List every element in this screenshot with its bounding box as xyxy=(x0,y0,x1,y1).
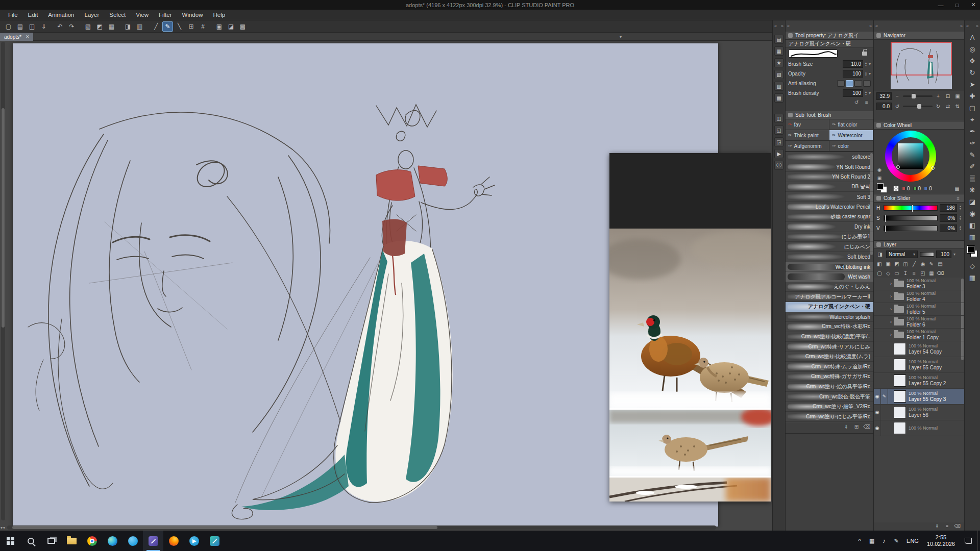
layer-palette-icon[interactable]: ◨ xyxy=(876,251,884,258)
layer-panel-header[interactable]: Layer xyxy=(874,241,964,249)
open-file-icon[interactable]: ▤ xyxy=(15,21,26,32)
brush-density-value[interactable]: 100 xyxy=(843,89,863,97)
canvas-vertical-scrollbar[interactable] xyxy=(1,42,5,520)
lock-icon[interactable] xyxy=(862,52,867,56)
search-button[interactable] xyxy=(20,531,41,551)
clip-studio-paint-icon[interactable] xyxy=(143,531,163,551)
brush-tool-icon[interactable]: ✐ xyxy=(966,161,978,172)
brush-item[interactable]: YN Soft Round 2 xyxy=(786,172,873,182)
sub-tool-group-tab[interactable]: ✑ Aufgenomm xyxy=(786,141,829,152)
delete-layer-footer-icon[interactable]: ⌫ xyxy=(953,523,961,530)
selection-border-icon[interactable]: ▦ xyxy=(106,21,117,32)
blend-mode-dropdown[interactable]: Normal▾ xyxy=(886,251,918,258)
touch-keyboard-icon[interactable]: ▦ xyxy=(866,531,878,551)
folder-expand-arrow-icon[interactable]: › xyxy=(888,307,894,312)
color-slider-header[interactable]: Color Slider ≡ xyxy=(874,194,964,203)
layer-property-icon[interactable]: ◪ xyxy=(226,21,236,32)
sub-tool-group-tab[interactable]: ✑ color xyxy=(829,141,873,152)
workspace-settings-icon[interactable]: ▩ xyxy=(237,21,248,32)
transparent-color-chip[interactable] xyxy=(893,186,899,191)
minimize-button[interactable]: — xyxy=(936,2,945,8)
combine-with-lower-layer-icon[interactable]: ≡ xyxy=(910,269,918,277)
skype-icon[interactable] xyxy=(122,531,143,551)
brush-size-value[interactable]: 10.0 xyxy=(843,60,863,68)
history-icon[interactable]: ◲ xyxy=(774,137,783,146)
menu-item[interactable]: Filter xyxy=(154,10,177,20)
value-slider[interactable] xyxy=(884,226,938,231)
snap-to-ruler-icon[interactable]: ╱ xyxy=(151,21,161,32)
invert-selection-icon[interactable]: ◩ xyxy=(94,21,105,32)
brush-item[interactable]: YN Soft Round xyxy=(786,162,873,172)
pen-settings-icon[interactable]: ✎ xyxy=(890,531,902,551)
item-bank-icon[interactable]: ◱ xyxy=(774,126,783,135)
spinner-icon[interactable]: ▲▼ xyxy=(959,226,962,231)
rotate-canvas-tool-icon[interactable]: ↻ xyxy=(966,67,978,79)
brush-item[interactable]: Soft 3 xyxy=(786,192,873,202)
aa-none-option[interactable] xyxy=(837,80,845,87)
color-square-mode-icon[interactable]: ▣ xyxy=(876,174,883,182)
slider-dropdown-icon[interactable]: ▾ xyxy=(869,62,871,66)
lock-transparent-pixels-icon[interactable]: ◩ xyxy=(893,260,901,268)
airbrush-tool-icon[interactable]: ▒ xyxy=(966,172,978,184)
flip-horizontal-icon[interactable]: ⇄ xyxy=(944,103,952,110)
screen-color-profile-icon[interactable]: ▣ xyxy=(214,21,225,32)
brush-item[interactable]: えのぐ・しみえ xyxy=(786,282,873,292)
slider-dropdown-icon[interactable]: ▾ xyxy=(869,91,871,95)
document-tab[interactable]: adopts* ✕ xyxy=(0,33,33,41)
slider-menu-icon[interactable]: ≡ xyxy=(954,195,962,202)
layer-row[interactable]: ◉ ✎ › 100 % Normal Layer 55 Copy xyxy=(874,357,964,373)
redo-icon[interactable]: ↷ xyxy=(66,21,77,32)
spinner-icon[interactable]: ▲▼ xyxy=(865,62,867,67)
brush-item[interactable]: にじみペン xyxy=(786,242,873,252)
brush-item[interactable]: Crm_wc特殊·ガサガサ/Rc xyxy=(786,372,873,382)
sub-tool-group-tab[interactable]: ✑ fav xyxy=(786,119,829,130)
selection-tool-icon[interactable]: ▢ xyxy=(966,102,978,114)
reference-layer-icon[interactable]: ◉ xyxy=(919,260,927,268)
menu-item[interactable]: View xyxy=(131,10,154,20)
material-map-icon[interactable]: ▦ xyxy=(774,46,783,56)
layer-row[interactable]: ◉ ✎ › 100 % Normal Folder 3 xyxy=(874,278,964,290)
fill-icon[interactable]: ▥ xyxy=(134,21,145,32)
layer-row[interactable]: ◉ ✎ › 100 % Normal Folder 5 xyxy=(874,303,964,316)
value-value[interactable]: 0% xyxy=(940,224,957,232)
collapse-panel-right-icon[interactable]: » xyxy=(869,23,872,29)
new-vector-layer-icon[interactable]: ◇ xyxy=(884,269,892,277)
hue-slider[interactable] xyxy=(884,205,938,211)
pencil-tool-icon[interactable]: ✎ xyxy=(966,149,978,161)
layer-visibility-eye-icon[interactable]: ◉ xyxy=(874,389,881,404)
collapse-toolbar-right-icon[interactable]: » xyxy=(976,23,978,29)
collapse-panel-right-icon[interactable]: » xyxy=(960,23,963,29)
collapse-dock-right-icon[interactable]: » xyxy=(781,23,783,29)
scroll-down-arrow-icon-2[interactable]: ▾ xyxy=(3,525,5,530)
navigator-header[interactable]: Navigator xyxy=(874,32,964,40)
brush-item[interactable]: Wet wash xyxy=(786,272,873,282)
flip-vertical-icon[interactable]: ⇅ xyxy=(953,103,962,110)
navigator-rotation-value[interactable]: 0.0 xyxy=(876,103,892,110)
layer-settings-icon[interactable]: ≡ xyxy=(943,523,951,530)
spinner-icon[interactable]: ▲▼ xyxy=(865,71,867,77)
tool-property-header[interactable]: Tool property: アナログ風イ xyxy=(786,32,873,40)
rotate-right-icon[interactable]: ↻ xyxy=(934,103,942,110)
draft-layer-icon[interactable]: ✎ xyxy=(927,260,936,268)
spinner-icon[interactable]: ▲▼ xyxy=(959,215,962,220)
saturation-slider[interactable] xyxy=(884,215,938,221)
collapse-panel-left-icon[interactable]: « xyxy=(787,23,790,29)
tab-list-dropdown-icon[interactable]: ▾ xyxy=(617,33,625,41)
enable-mask-icon[interactable]: ◫ xyxy=(901,260,910,268)
material-brush-icon[interactable]: ▨ xyxy=(774,82,783,91)
apply-mask-icon[interactable]: ▦ xyxy=(927,269,936,277)
action-center-button[interactable] xyxy=(959,531,977,551)
canvas-horizontal-scrollbar[interactable] xyxy=(7,525,716,530)
main-sub-color-chips[interactable] xyxy=(877,183,890,193)
clock[interactable]: 2:55 10.02.2026 xyxy=(923,534,959,547)
brush-item[interactable]: Soft bleed xyxy=(786,252,873,262)
color-set-icon[interactable]: ▦ xyxy=(953,185,961,192)
menu-item[interactable]: Help xyxy=(208,10,230,20)
material-favorites-icon[interactable]: ★ xyxy=(774,58,783,67)
folder-expand-arrow-icon[interactable]: › xyxy=(888,294,894,299)
new-canvas-icon[interactable]: ▢ xyxy=(3,21,14,32)
clear-icon[interactable]: ◨ xyxy=(122,21,133,32)
move-canvas-tool-icon[interactable]: ✥ xyxy=(966,55,978,67)
frame-border-tool-icon[interactable]: ▦ xyxy=(966,272,978,284)
set-as-ruler-icon[interactable]: ╱ xyxy=(910,260,918,268)
